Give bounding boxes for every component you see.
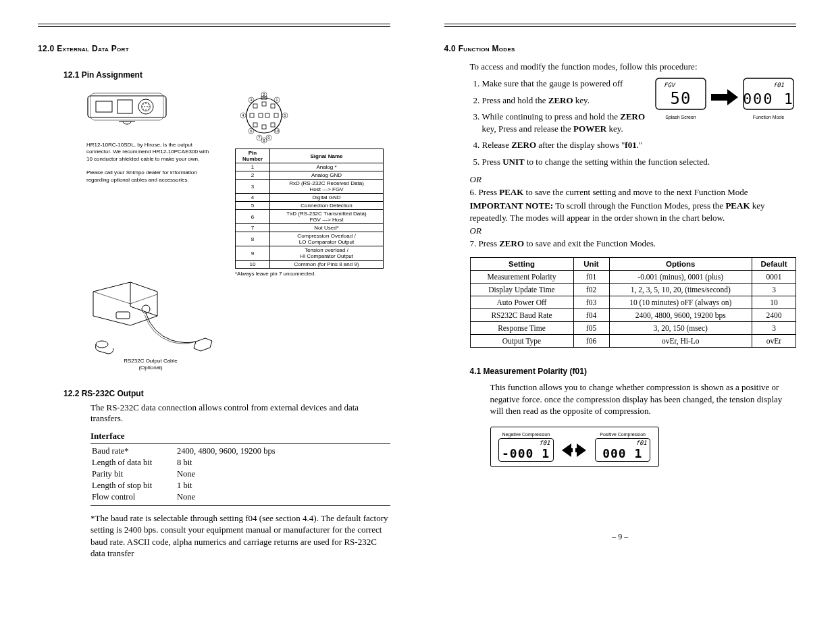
baud-note: *The baud rate is selectable through set… [90, 512, 390, 560]
pin-footnote: *Always leave pin 7 unconnected. [235, 271, 384, 277]
svg-point-6 [142, 103, 144, 105]
svg-rect-23 [253, 123, 257, 127]
svg-point-15 [147, 106, 148, 107]
svg-rect-26 [259, 113, 263, 117]
svg-point-14 [144, 106, 145, 107]
sub41-body: This function allows you to change wheth… [490, 381, 797, 417]
svg-text:6: 6 [250, 129, 253, 133]
heading-4-1: 4.1 Measurement Polarity (f01) [470, 367, 797, 376]
svg-rect-3 [118, 100, 132, 113]
cable-caption-2: (Optional) [138, 365, 162, 371]
heading-12-2: 12.2 RS-232C Output [63, 389, 390, 398]
svg-text:3: 3 [250, 98, 253, 102]
svg-point-4 [138, 99, 153, 114]
connector-note-1: HR12-10RC-10SDL, by Hirose, is the outpu… [86, 142, 209, 162]
intro-text: To access and modify the function modes,… [470, 61, 797, 72]
svg-text:9: 9 [267, 136, 270, 140]
svg-text:8: 8 [263, 138, 265, 142]
svg-point-12 [142, 109, 144, 110]
or-1: OR [470, 174, 797, 185]
svg-rect-24 [262, 125, 266, 129]
rs-intro: The RS-232C data connection allows contr… [90, 402, 390, 424]
top-rule [38, 24, 390, 27]
svg-marker-61 [575, 444, 586, 457]
svg-point-50 [96, 341, 108, 348]
svg-rect-19 [262, 102, 266, 106]
svg-rect-27 [265, 113, 269, 117]
svg-point-13 [142, 106, 143, 107]
svg-marker-55 [711, 89, 738, 105]
svg-text:50: 50 [671, 89, 692, 108]
interface-table: Baud rate*2400, 4800, 9600, 19200 bpsLen… [90, 445, 286, 504]
svg-rect-48 [116, 312, 130, 319]
left-page: 12.0 External Data Port 12.1 Pin Assignm… [38, 24, 390, 644]
right-page: 4.0 Function Modes To access and modify … [444, 24, 797, 644]
step-6: 6. Press PEAK to save the current settin… [470, 187, 797, 198]
svg-text:1: 1 [276, 98, 278, 102]
pinout-circle-icon: 3 2 1 4 5 6 10 7 9 8 [235, 86, 293, 144]
svg-marker-60 [562, 444, 573, 457]
svg-text:4: 4 [242, 113, 244, 117]
svg-rect-22 [274, 113, 278, 117]
svg-rect-25 [271, 123, 275, 127]
svg-point-7 [145, 103, 147, 104]
cable-drawing-icon [86, 279, 215, 360]
svg-text:f01: f01 [773, 82, 785, 88]
heading-12: 12.0 External Data Port [38, 44, 390, 53]
svg-rect-2 [96, 101, 112, 112]
svg-text:5: 5 [284, 113, 286, 117]
cable-caption-1: RS232C Output Cable [124, 358, 178, 364]
connector-note-2: Please call your Shimpo dealer for infor… [86, 169, 197, 182]
svg-text:7: 7 [258, 136, 261, 140]
important-note: IMPORTANT NOTE: To scroll through the Fu… [470, 200, 797, 223]
page-number-right: – 9 – [444, 532, 797, 542]
svg-text:Splash Screen: Splash Screen [665, 115, 696, 120]
svg-point-16 [246, 98, 282, 133]
heading-4: 4.0 Function Modes [444, 44, 797, 53]
top-rule-right [444, 24, 797, 27]
svg-text:2: 2 [263, 92, 265, 97]
svg-point-11 [145, 109, 147, 111]
interface-title: Interface [90, 431, 390, 441]
step-7: 7. Press ZERO to save and exit the Funct… [470, 238, 797, 249]
heading-12-1: 12.1 Pin Assignment [63, 70, 390, 80]
or-2: OR [470, 225, 797, 236]
svg-rect-0 [88, 96, 166, 117]
svg-text:10: 10 [275, 129, 280, 133]
lcd-diagram: FGV 50 Splash Screen f01 000 1 Function … [654, 77, 796, 126]
function-mode-table: Setting Unit Options Default Measurement… [470, 257, 797, 348]
polarity-diagram: Negative Compression Positive Compressio… [490, 427, 659, 467]
connector-outline-icon [86, 86, 167, 128]
svg-rect-18 [253, 104, 257, 108]
svg-rect-1 [90, 93, 163, 120]
svg-point-8 [148, 103, 149, 105]
svg-point-10 [148, 109, 149, 110]
svg-text:Function Mode: Function Mode [753, 115, 784, 119]
svg-text:000 1: 000 1 [743, 90, 794, 107]
svg-rect-20 [271, 104, 275, 108]
svg-text:FGV: FGV [664, 82, 676, 88]
svg-rect-21 [250, 113, 254, 117]
pin-table: Pin NumberSignal Name 1Analog *2Analog G… [235, 149, 384, 269]
svg-point-9 [149, 106, 150, 107]
